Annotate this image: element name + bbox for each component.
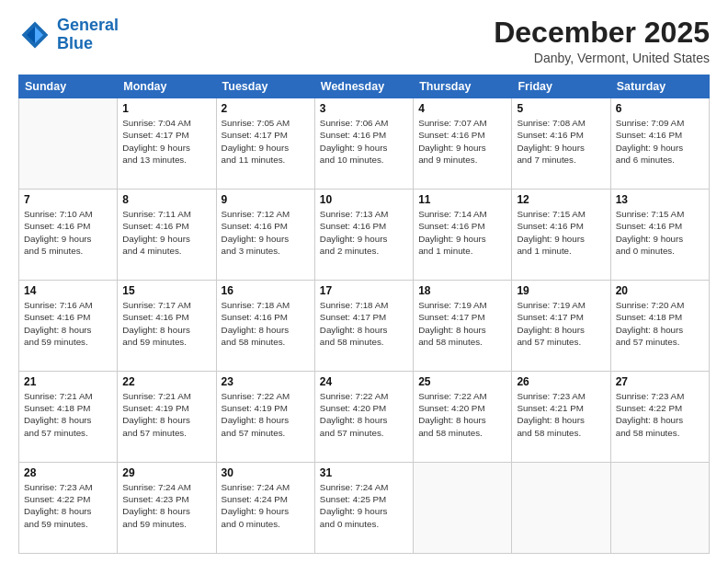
day-number: 22 (122, 375, 210, 388)
calendar-cell: 12Sunrise: 7:15 AM Sunset: 4:16 PM Dayli… (512, 190, 610, 281)
calendar-cell: 7Sunrise: 7:10 AM Sunset: 4:16 PM Daylig… (19, 190, 118, 281)
header-thursday: Thursday (414, 75, 512, 98)
cell-info: Sunrise: 7:18 AM Sunset: 4:17 PM Dayligh… (320, 299, 408, 348)
day-number: 27 (616, 375, 704, 388)
day-number: 24 (320, 375, 408, 388)
cell-info: Sunrise: 7:19 AM Sunset: 4:17 PM Dayligh… (517, 299, 605, 348)
calendar-week-2: 7Sunrise: 7:10 AM Sunset: 4:16 PM Daylig… (19, 190, 710, 281)
cell-info: Sunrise: 7:17 AM Sunset: 4:16 PM Dayligh… (122, 299, 210, 348)
calendar-cell (19, 98, 118, 190)
calendar-cell: 28Sunrise: 7:23 AM Sunset: 4:22 PM Dayli… (19, 463, 118, 554)
header-sunday: Sunday (19, 75, 118, 98)
day-number: 13 (616, 193, 704, 206)
calendar-cell: 4Sunrise: 7:07 AM Sunset: 4:16 PM Daylig… (414, 98, 512, 190)
cell-info: Sunrise: 7:12 AM Sunset: 4:16 PM Dayligh… (222, 208, 310, 257)
calendar-cell: 3Sunrise: 7:06 AM Sunset: 4:16 PM Daylig… (314, 98, 413, 190)
day-number: 1 (122, 102, 210, 115)
calendar-cell: 17Sunrise: 7:18 AM Sunset: 4:17 PM Dayli… (314, 281, 413, 372)
calendar-cell: 27Sunrise: 7:23 AM Sunset: 4:22 PM Dayli… (610, 372, 709, 463)
day-number: 18 (418, 284, 506, 297)
calendar-week-5: 28Sunrise: 7:23 AM Sunset: 4:22 PM Dayli… (19, 463, 710, 554)
calendar-cell: 21Sunrise: 7:21 AM Sunset: 4:18 PM Dayli… (19, 372, 118, 463)
cell-info: Sunrise: 7:23 AM Sunset: 4:22 PM Dayligh… (24, 481, 112, 530)
header-wednesday: Wednesday (314, 75, 413, 98)
calendar-cell: 31Sunrise: 7:24 AM Sunset: 4:25 PM Dayli… (314, 463, 413, 554)
day-number: 4 (418, 102, 506, 115)
cell-info: Sunrise: 7:19 AM Sunset: 4:17 PM Dayligh… (418, 299, 506, 348)
page: General Blue December 2025 Danby, Vermon… (0, 0, 728, 563)
day-number: 28 (24, 466, 112, 479)
cell-info: Sunrise: 7:07 AM Sunset: 4:16 PM Dayligh… (418, 117, 506, 166)
cell-info: Sunrise: 7:21 AM Sunset: 4:18 PM Dayligh… (24, 390, 112, 439)
calendar-cell: 26Sunrise: 7:23 AM Sunset: 4:21 PM Dayli… (512, 372, 610, 463)
day-number: 15 (122, 284, 210, 297)
calendar-cell (610, 463, 709, 554)
month-title: December 2025 (494, 17, 710, 49)
calendar-cell: 25Sunrise: 7:22 AM Sunset: 4:20 PM Dayli… (414, 372, 512, 463)
header-tuesday: Tuesday (216, 75, 314, 98)
day-number: 31 (320, 466, 408, 479)
day-number: 14 (24, 284, 112, 297)
cell-info: Sunrise: 7:04 AM Sunset: 4:17 PM Dayligh… (122, 117, 210, 166)
calendar-cell: 14Sunrise: 7:16 AM Sunset: 4:16 PM Dayli… (19, 281, 118, 372)
calendar-cell: 8Sunrise: 7:11 AM Sunset: 4:16 PM Daylig… (118, 190, 216, 281)
cell-info: Sunrise: 7:09 AM Sunset: 4:16 PM Dayligh… (616, 117, 704, 166)
cell-info: Sunrise: 7:11 AM Sunset: 4:16 PM Dayligh… (122, 208, 210, 257)
cell-info: Sunrise: 7:14 AM Sunset: 4:16 PM Dayligh… (418, 208, 506, 257)
day-number: 7 (24, 193, 112, 206)
calendar-cell: 19Sunrise: 7:19 AM Sunset: 4:17 PM Dayli… (512, 281, 610, 372)
cell-info: Sunrise: 7:22 AM Sunset: 4:20 PM Dayligh… (320, 390, 408, 439)
day-number: 23 (222, 375, 310, 388)
cell-info: Sunrise: 7:16 AM Sunset: 4:16 PM Dayligh… (24, 299, 112, 348)
calendar-cell: 29Sunrise: 7:24 AM Sunset: 4:23 PM Dayli… (118, 463, 216, 554)
calendar-cell: 13Sunrise: 7:15 AM Sunset: 4:16 PM Dayli… (610, 190, 709, 281)
day-number: 19 (517, 284, 605, 297)
calendar-week-3: 14Sunrise: 7:16 AM Sunset: 4:16 PM Dayli… (19, 281, 710, 372)
calendar-cell (512, 463, 610, 554)
day-number: 6 (616, 102, 704, 115)
logo-general: General (57, 16, 119, 34)
day-number: 26 (517, 375, 605, 388)
cell-info: Sunrise: 7:23 AM Sunset: 4:22 PM Dayligh… (616, 390, 704, 439)
logo: General Blue (18, 17, 119, 53)
calendar-cell: 23Sunrise: 7:22 AM Sunset: 4:19 PM Dayli… (216, 372, 314, 463)
calendar-cell: 6Sunrise: 7:09 AM Sunset: 4:16 PM Daylig… (610, 98, 709, 190)
logo-text: General Blue (57, 17, 119, 53)
day-number: 30 (222, 466, 310, 479)
calendar-cell: 9Sunrise: 7:12 AM Sunset: 4:16 PM Daylig… (216, 190, 314, 281)
cell-info: Sunrise: 7:15 AM Sunset: 4:16 PM Dayligh… (616, 208, 704, 257)
title-block: December 2025 Danby, Vermont, United Sta… (494, 17, 710, 65)
logo-icon (18, 18, 51, 52)
cell-info: Sunrise: 7:22 AM Sunset: 4:20 PM Dayligh… (418, 390, 506, 439)
day-number: 11 (418, 193, 506, 206)
day-number: 12 (517, 193, 605, 206)
calendar-week-4: 21Sunrise: 7:21 AM Sunset: 4:18 PM Dayli… (19, 372, 710, 463)
day-number: 3 (320, 102, 408, 115)
cell-info: Sunrise: 7:06 AM Sunset: 4:16 PM Dayligh… (320, 117, 408, 166)
calendar-cell: 30Sunrise: 7:24 AM Sunset: 4:24 PM Dayli… (216, 463, 314, 554)
calendar-cell: 24Sunrise: 7:22 AM Sunset: 4:20 PM Dayli… (314, 372, 413, 463)
calendar-cell: 5Sunrise: 7:08 AM Sunset: 4:16 PM Daylig… (512, 98, 610, 190)
day-number: 5 (517, 102, 605, 115)
cell-info: Sunrise: 7:22 AM Sunset: 4:19 PM Dayligh… (222, 390, 310, 439)
cell-info: Sunrise: 7:18 AM Sunset: 4:16 PM Dayligh… (222, 299, 310, 348)
day-number: 10 (320, 193, 408, 206)
cell-info: Sunrise: 7:10 AM Sunset: 4:16 PM Dayligh… (24, 208, 112, 257)
calendar-cell: 16Sunrise: 7:18 AM Sunset: 4:16 PM Dayli… (216, 281, 314, 372)
day-number: 8 (122, 193, 210, 206)
header: General Blue December 2025 Danby, Vermon… (18, 17, 710, 65)
day-number: 9 (222, 193, 310, 206)
cell-info: Sunrise: 7:20 AM Sunset: 4:18 PM Dayligh… (616, 299, 704, 348)
calendar-cell: 22Sunrise: 7:21 AM Sunset: 4:19 PM Dayli… (118, 372, 216, 463)
logo-blue: Blue (57, 34, 93, 52)
header-friday: Friday (512, 75, 610, 98)
calendar-cell (414, 463, 512, 554)
location: Danby, Vermont, United States (494, 51, 710, 65)
cell-info: Sunrise: 7:24 AM Sunset: 4:25 PM Dayligh… (320, 481, 408, 530)
day-number: 21 (24, 375, 112, 388)
calendar-header-row: Sunday Monday Tuesday Wednesday Thursday… (19, 75, 710, 98)
cell-info: Sunrise: 7:23 AM Sunset: 4:21 PM Dayligh… (517, 390, 605, 439)
calendar: Sunday Monday Tuesday Wednesday Thursday… (18, 75, 710, 554)
calendar-cell: 18Sunrise: 7:19 AM Sunset: 4:17 PM Dayli… (414, 281, 512, 372)
cell-info: Sunrise: 7:08 AM Sunset: 4:16 PM Dayligh… (517, 117, 605, 166)
